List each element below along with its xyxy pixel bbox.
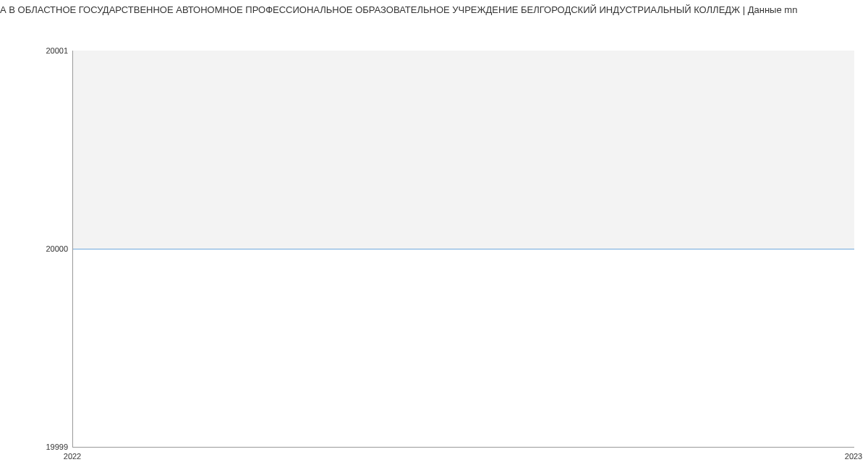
y-tick-20000: 20000: [46, 244, 68, 253]
series-line: [73, 249, 854, 249]
series-area-fill: [73, 51, 854, 249]
x-tick-2022: 2022: [64, 452, 81, 461]
plot-box: [72, 51, 854, 448]
chart-title: А В ОБЛАСТНОЕ ГОСУДАРСТВЕННОЕ АВТОНОМНОЕ…: [0, 0, 868, 18]
chart-area: 20001 20000 19999 2022 2023: [0, 18, 868, 466]
x-tick-2023: 2023: [845, 452, 862, 461]
y-tick-19999: 19999: [46, 443, 68, 451]
y-tick-20001: 20001: [46, 46, 68, 55]
